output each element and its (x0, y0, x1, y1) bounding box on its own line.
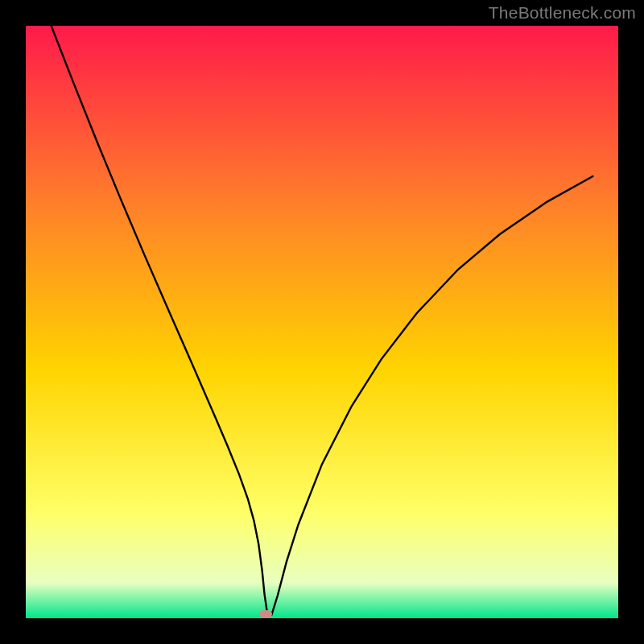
optimum-marker (259, 610, 272, 618)
chart-svg (0, 0, 644, 644)
frame-left (0, 0, 26, 644)
frame-bottom (0, 618, 644, 644)
plot-background (26, 26, 618, 618)
watermark-text: TheBottleneck.com (489, 3, 636, 23)
frame-right (618, 0, 644, 644)
bottleneck-chart: TheBottleneck.com (0, 0, 644, 644)
